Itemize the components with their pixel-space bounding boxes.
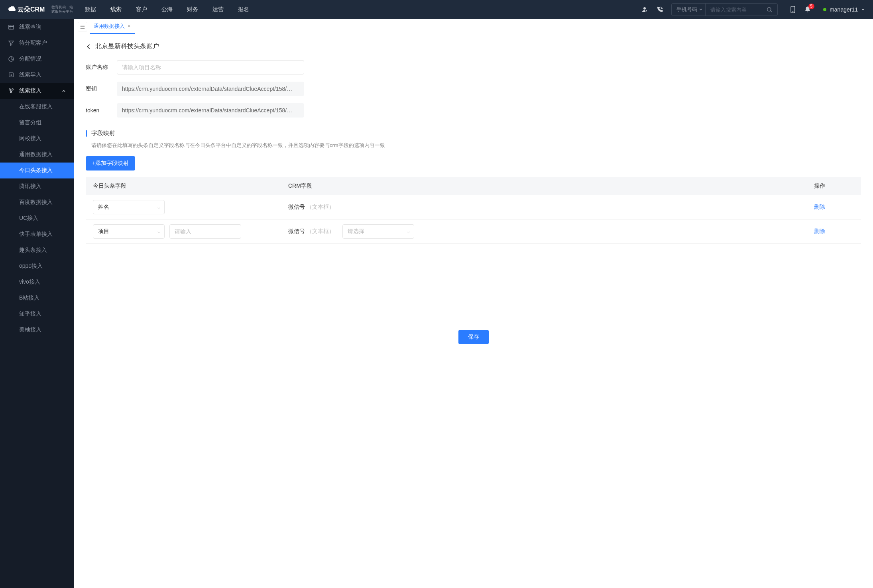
toutiao-field-select[interactable]: 姓名 ⌵ — [93, 200, 165, 214]
nav-item[interactable]: 运营 — [212, 6, 224, 13]
sidebar-item[interactable]: 线索导入 — [0, 67, 74, 83]
sidebar-item[interactable]: 分配情况 — [0, 51, 74, 67]
mobile-icon[interactable] — [790, 6, 796, 13]
search-type-select[interactable]: 手机号码 — [672, 4, 706, 16]
sidebar-subitem[interactable]: 在线客服接入 — [0, 99, 74, 115]
sidebar-subitem[interactable]: 今日头条接入 — [0, 163, 74, 178]
sidebar-subitem[interactable]: 留言分组 — [0, 115, 74, 131]
sidebar-item[interactable]: 线索查询 — [0, 19, 74, 35]
connect-icon — [8, 88, 14, 94]
sidebar-item-expandable[interactable]: 线索接入 — [0, 83, 74, 99]
crm-field-label: 微信号 — [288, 228, 305, 235]
sidebar-subitem[interactable]: oppo接入 — [0, 258, 74, 274]
tab[interactable]: 通用数据接入 ✕ — [90, 20, 135, 34]
column-header: CRM字段 — [288, 182, 814, 190]
nav-item[interactable]: 报名 — [238, 6, 249, 13]
crm-field-hint: （文本框） — [307, 204, 334, 211]
secret-label: 密钥 — [86, 85, 117, 92]
logo[interactable]: 云朵CRM 教育机构一站 式服务云平台 — [8, 5, 73, 14]
crm-field-select[interactable]: 请选择 ⌵ — [342, 224, 414, 239]
main-content: 通用数据接入 ✕ 北京昱新科技头条账户 账户名称 密钥 token — [74, 19, 873, 588]
column-header: 操作 — [814, 182, 854, 190]
sidebar-subitem[interactable]: 网校接入 — [0, 131, 74, 147]
table-row: 项目 ⌵ 微信号 （文本框） 请选择 ⌵ — [86, 220, 861, 244]
section-title: 字段映射 — [91, 129, 115, 137]
table-row: 姓名 ⌵ 微信号 （文本框） 删除 — [86, 195, 861, 220]
sidebar-subitem[interactable]: 通用数据接入 — [0, 147, 74, 163]
chart-icon — [8, 56, 14, 62]
column-header: 今日头条字段 — [93, 182, 288, 190]
chevron-up-icon — [62, 89, 66, 93]
svg-point-2 — [767, 8, 771, 11]
account-label: 账户名称 — [86, 64, 117, 71]
sidebar-subitem[interactable]: 快手表单接入 — [0, 226, 74, 242]
phone-icon[interactable] — [656, 6, 663, 13]
section-bar — [86, 130, 87, 137]
list-icon — [8, 24, 14, 30]
notification-icon[interactable]: 5 — [804, 6, 811, 13]
toutiao-field-select[interactable]: 项目 ⌵ — [93, 224, 165, 239]
footer-bar: 保存 — [86, 323, 861, 351]
username: manager11 — [830, 6, 858, 13]
user-add-icon[interactable] — [641, 6, 648, 13]
search-button[interactable] — [761, 6, 777, 13]
chevron-down-icon: ⌵ — [407, 229, 410, 234]
secret-input[interactable] — [117, 82, 304, 96]
crm-field-label: 微信号 — [288, 204, 305, 211]
chevron-down-icon: ⌵ — [157, 204, 160, 210]
svg-rect-5 — [9, 25, 14, 29]
delete-button[interactable]: 删除 — [814, 228, 825, 234]
nav-item[interactable]: 客户 — [136, 6, 147, 13]
section-description: 请确保您在此填写的头条自定义字段名称与在今日头条平台中自定义的字段名称一致，并且… — [86, 142, 861, 149]
nav-item[interactable]: 财务 — [187, 6, 198, 13]
sidebar-subitem[interactable]: 百度数据接入 — [0, 194, 74, 210]
svg-point-10 — [10, 92, 12, 93]
notification-badge: 5 — [808, 4, 815, 9]
close-icon[interactable]: ✕ — [127, 24, 131, 29]
chevron-down-icon: ⌵ — [157, 229, 160, 234]
svg-point-0 — [643, 7, 646, 10]
tab-bar: 通用数据接入 ✕ — [74, 19, 873, 34]
sidebar-subitem[interactable]: vivo接入 — [0, 274, 74, 290]
import-icon — [8, 72, 14, 78]
sidebar-subitem[interactable]: 知乎接入 — [0, 306, 74, 322]
nav-item[interactable]: 数据 — [85, 6, 96, 13]
svg-point-4 — [792, 12, 793, 12]
crm-field-hint: （文本框） — [307, 228, 334, 235]
filter-icon — [8, 40, 14, 46]
nav-item[interactable]: 公海 — [161, 6, 173, 13]
token-label: token — [86, 107, 117, 114]
search-input[interactable] — [706, 7, 761, 13]
sidebar-subitem[interactable]: 腾讯接入 — [0, 178, 74, 194]
logo-text: 云朵CRM — [8, 6, 45, 14]
table-header: 今日头条字段 CRM字段 操作 — [86, 177, 861, 195]
sidebar-subitem[interactable]: B站接入 — [0, 290, 74, 306]
token-input[interactable] — [117, 103, 304, 118]
sidebar: 线索查询 待分配客户 分配情况 线索导入 线索接入 在线客服接入 留言分组 网校… — [0, 19, 74, 588]
sidebar-item[interactable]: 待分配客户 — [0, 35, 74, 51]
search-container: 手机号码 — [671, 3, 778, 16]
page-title: 北京昱新科技头条账户 — [95, 42, 159, 51]
add-field-mapping-button[interactable]: +添加字段映射 — [86, 156, 135, 171]
logo-subtitle: 教育机构一站 式服务云平台 — [48, 5, 73, 14]
sidebar-subitem[interactable]: UC接入 — [0, 210, 74, 226]
mapping-table: 今日头条字段 CRM字段 操作 姓名 ⌵ 微信号 — [86, 177, 861, 244]
status-dot — [823, 8, 826, 11]
save-button[interactable]: 保存 — [458, 330, 489, 344]
nav-item[interactable]: 线索 — [110, 6, 122, 13]
page-content: 北京昱新科技头条账户 账户名称 密钥 token 字段映射 请确保您在此填写的头… — [74, 34, 873, 588]
collapse-sidebar-button[interactable] — [78, 22, 87, 31]
top-header: 云朵CRM 教育机构一站 式服务云平台 数据 线索 客户 公海 财务 运营 报名… — [0, 0, 873, 19]
user-menu[interactable]: manager11 — [823, 6, 865, 13]
delete-button[interactable]: 删除 — [814, 204, 825, 210]
chevron-down-icon — [861, 8, 865, 12]
account-name-input[interactable] — [117, 60, 304, 74]
sidebar-subitem[interactable]: 趣头条接入 — [0, 242, 74, 258]
back-button[interactable] — [86, 44, 91, 49]
sidebar-subitem[interactable]: 美柚接入 — [0, 322, 74, 338]
field-text-input[interactable] — [169, 224, 241, 239]
nav-menu: 数据 线索 客户 公海 财务 运营 报名 — [85, 6, 629, 13]
